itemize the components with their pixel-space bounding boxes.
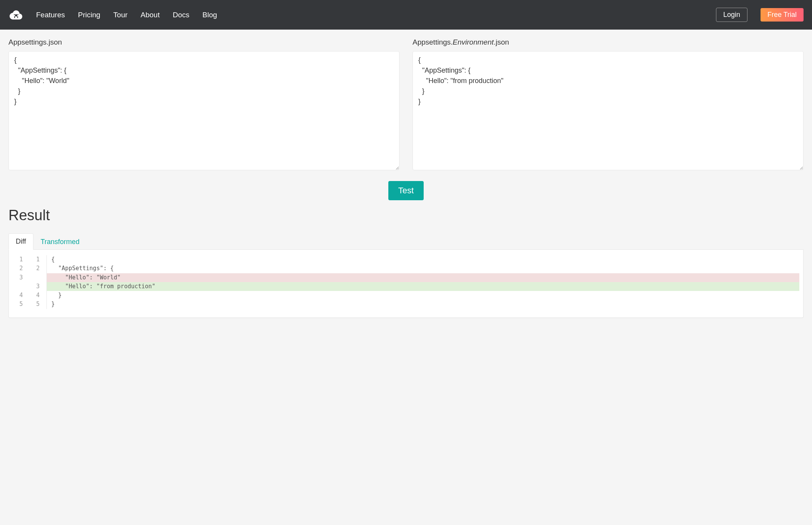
diff-line-content: "AppSettings": { [46,264,799,273]
free-trial-button[interactable]: Free Trial [761,8,804,22]
nav-link-blog[interactable]: Blog [202,11,217,19]
line-number-left: 3 [13,273,30,282]
diff-row: 44 } [13,291,799,300]
diff-line-content: "Hello": "World" [46,273,799,282]
line-number-right [30,273,46,282]
diff-table: 11{22 "AppSettings": {3 "Hello": "World"… [13,255,799,309]
diff-row: 3 "Hello": "from production" [13,282,799,291]
line-number-left: 1 [13,255,30,264]
nav-link-features[interactable]: Features [36,11,65,19]
diff-line-content: } [46,300,799,309]
svg-rect-2 [17,16,18,18]
line-number-right: 5 [30,300,46,309]
diff-result: 11{22 "AppSettings": {3 "Hello": "World"… [8,250,804,318]
diff-row: 55} [13,300,799,309]
nav-link-docs[interactable]: Docs [173,11,189,19]
line-number-left [13,282,30,291]
svg-rect-1 [14,16,15,18]
line-number-right: 2 [30,264,46,273]
appsettings-environment-input[interactable] [413,51,804,170]
line-number-right: 4 [30,291,46,300]
diff-row: 22 "AppSettings": { [13,264,799,273]
login-button[interactable]: Login [716,8,747,22]
test-button[interactable]: Test [388,181,424,200]
diff-line-content: "Hello": "from production" [46,282,799,291]
diff-row: 11{ [13,255,799,264]
left-input-label: Appsettings.json [8,38,399,47]
tab-diff[interactable]: Diff [8,233,33,250]
line-number-left: 2 [13,264,30,273]
nav-link-about[interactable]: About [141,11,160,19]
line-number-right: 3 [30,282,46,291]
line-number-left: 5 [13,300,30,309]
diff-line-content: } [46,291,799,300]
svg-point-0 [15,14,17,17]
line-number-right: 1 [30,255,46,264]
result-heading: Result [8,207,804,224]
right-input-label: Appsettings.Environment.json [413,38,804,47]
nav-link-pricing[interactable]: Pricing [78,11,100,19]
nav-link-tour[interactable]: Tour [113,11,128,19]
diff-line-content: { [46,255,799,264]
diff-row: 3 "Hello": "World" [13,273,799,282]
result-tabs: Diff Transformed [8,233,804,250]
logo-icon [8,7,24,23]
tab-transformed[interactable]: Transformed [33,234,87,250]
line-number-left: 4 [13,291,30,300]
navbar: Features Pricing Tour About Docs Blog Lo… [0,0,812,30]
appsettings-input[interactable] [8,51,399,170]
nav-links: Features Pricing Tour About Docs Blog [36,11,217,19]
